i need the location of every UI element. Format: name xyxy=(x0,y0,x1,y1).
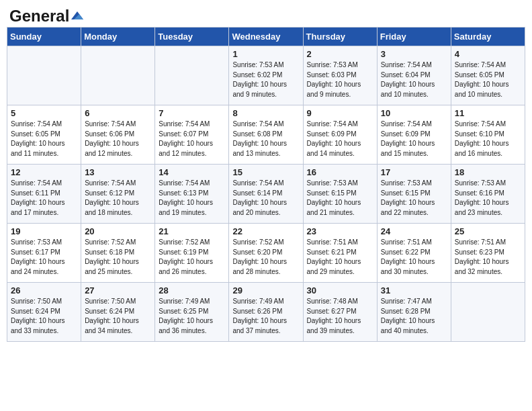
calendar-cell xyxy=(81,46,155,105)
calendar-cell: 5Sunrise: 7:54 AM Sunset: 6:05 PM Daylig… xyxy=(7,105,81,165)
day-number: 17 xyxy=(381,167,447,177)
calendar-cell: 29Sunrise: 7:49 AM Sunset: 6:26 PM Dayli… xyxy=(229,283,303,342)
day-number: 29 xyxy=(232,285,299,295)
day-number: 24 xyxy=(381,226,447,236)
calendar-cell: 18Sunrise: 7:53 AM Sunset: 6:16 PM Dayli… xyxy=(451,165,525,224)
day-info: Sunrise: 7:50 AM Sunset: 6:24 PM Dayligh… xyxy=(85,297,151,336)
day-number: 5 xyxy=(11,108,77,118)
calendar-cell: 28Sunrise: 7:49 AM Sunset: 6:25 PM Dayli… xyxy=(155,283,229,342)
day-number: 14 xyxy=(159,167,225,177)
day-number: 3 xyxy=(381,49,447,59)
logo-general: General xyxy=(9,7,69,26)
day-info: Sunrise: 7:49 AM Sunset: 6:26 PM Dayligh… xyxy=(232,297,299,336)
calendar-cell: 16Sunrise: 7:53 AM Sunset: 6:15 PM Dayli… xyxy=(303,165,377,224)
calendar-cell: 1Sunrise: 7:53 AM Sunset: 6:02 PM Daylig… xyxy=(229,46,303,105)
calendar-cell: 14Sunrise: 7:54 AM Sunset: 6:13 PM Dayli… xyxy=(155,165,229,224)
day-info: Sunrise: 7:54 AM Sunset: 6:14 PM Dayligh… xyxy=(232,179,299,218)
day-number: 30 xyxy=(307,285,373,295)
calendar-cell: 7Sunrise: 7:54 AM Sunset: 6:07 PM Daylig… xyxy=(155,105,229,165)
calendar-cell: 9Sunrise: 7:54 AM Sunset: 6:09 PM Daylig… xyxy=(303,105,377,165)
logo: General xyxy=(9,7,85,21)
day-number: 15 xyxy=(232,167,299,177)
calendar-cell: 21Sunrise: 7:52 AM Sunset: 6:19 PM Dayli… xyxy=(155,224,229,283)
day-number: 8 xyxy=(232,108,299,118)
calendar-cell: 2Sunrise: 7:53 AM Sunset: 6:03 PM Daylig… xyxy=(303,46,377,105)
calendar-cell: 26Sunrise: 7:50 AM Sunset: 6:24 PM Dayli… xyxy=(7,283,81,342)
calendar-cell: 20Sunrise: 7:52 AM Sunset: 6:18 PM Dayli… xyxy=(81,224,155,283)
day-info: Sunrise: 7:53 AM Sunset: 6:15 PM Dayligh… xyxy=(381,179,447,218)
day-number: 16 xyxy=(307,167,373,177)
calendar-cell xyxy=(155,46,229,105)
calendar-cell: 13Sunrise: 7:54 AM Sunset: 6:12 PM Dayli… xyxy=(81,165,155,224)
day-number: 31 xyxy=(381,285,447,295)
day-number: 6 xyxy=(85,108,151,118)
day-info: Sunrise: 7:54 AM Sunset: 6:09 PM Dayligh… xyxy=(307,120,373,158)
day-number: 25 xyxy=(455,226,521,236)
day-number: 7 xyxy=(159,108,225,118)
day-info: Sunrise: 7:54 AM Sunset: 6:11 PM Dayligh… xyxy=(11,179,77,218)
calendar-cell: 12Sunrise: 7:54 AM Sunset: 6:11 PM Dayli… xyxy=(7,165,81,224)
day-number: 23 xyxy=(307,226,373,236)
calendar-cell: 22Sunrise: 7:52 AM Sunset: 6:20 PM Dayli… xyxy=(229,224,303,283)
day-info: Sunrise: 7:49 AM Sunset: 6:25 PM Dayligh… xyxy=(159,297,225,336)
weekday-header-sunday: Sunday xyxy=(7,28,81,46)
day-number: 21 xyxy=(159,226,225,236)
day-info: Sunrise: 7:54 AM Sunset: 6:05 PM Dayligh… xyxy=(11,120,77,158)
day-info: Sunrise: 7:54 AM Sunset: 6:06 PM Dayligh… xyxy=(85,120,151,158)
page-header: General xyxy=(7,7,525,21)
weekday-header-monday: Monday xyxy=(81,28,155,46)
day-number: 20 xyxy=(85,226,151,236)
day-number: 10 xyxy=(381,108,447,118)
weekday-header-wednesday: Wednesday xyxy=(229,28,303,46)
day-info: Sunrise: 7:54 AM Sunset: 6:10 PM Dayligh… xyxy=(455,120,521,158)
calendar-cell: 19Sunrise: 7:53 AM Sunset: 6:17 PM Dayli… xyxy=(7,224,81,283)
day-info: Sunrise: 7:54 AM Sunset: 6:12 PM Dayligh… xyxy=(85,179,151,218)
calendar-cell: 4Sunrise: 7:54 AM Sunset: 6:05 PM Daylig… xyxy=(451,46,525,105)
weekday-header-saturday: Saturday xyxy=(451,28,525,46)
weekday-header-thursday: Thursday xyxy=(303,28,377,46)
calendar-cell xyxy=(7,46,81,105)
day-number: 12 xyxy=(11,167,77,177)
day-info: Sunrise: 7:51 AM Sunset: 6:23 PM Dayligh… xyxy=(455,238,521,277)
day-info: Sunrise: 7:54 AM Sunset: 6:05 PM Dayligh… xyxy=(455,60,521,99)
day-info: Sunrise: 7:48 AM Sunset: 6:27 PM Dayligh… xyxy=(307,297,373,336)
day-number: 26 xyxy=(11,285,77,295)
day-number: 28 xyxy=(159,285,225,295)
day-number: 2 xyxy=(307,49,373,59)
calendar-cell: 3Sunrise: 7:54 AM Sunset: 6:04 PM Daylig… xyxy=(377,46,451,105)
day-info: Sunrise: 7:52 AM Sunset: 6:18 PM Dayligh… xyxy=(85,238,151,277)
calendar-cell: 27Sunrise: 7:50 AM Sunset: 6:24 PM Dayli… xyxy=(81,283,155,342)
calendar-cell: 8Sunrise: 7:54 AM Sunset: 6:08 PM Daylig… xyxy=(229,105,303,165)
day-number: 11 xyxy=(455,108,521,118)
day-info: Sunrise: 7:53 AM Sunset: 6:17 PM Dayligh… xyxy=(11,238,77,277)
day-info: Sunrise: 7:53 AM Sunset: 6:15 PM Dayligh… xyxy=(307,179,373,218)
day-info: Sunrise: 7:53 AM Sunset: 6:16 PM Dayligh… xyxy=(455,179,521,218)
day-number: 4 xyxy=(455,49,521,59)
day-info: Sunrise: 7:52 AM Sunset: 6:20 PM Dayligh… xyxy=(232,238,299,277)
day-info: Sunrise: 7:47 AM Sunset: 6:28 PM Dayligh… xyxy=(381,297,447,336)
calendar-cell: 11Sunrise: 7:54 AM Sunset: 6:10 PM Dayli… xyxy=(451,105,525,165)
day-info: Sunrise: 7:54 AM Sunset: 6:09 PM Dayligh… xyxy=(381,120,447,158)
day-info: Sunrise: 7:51 AM Sunset: 6:21 PM Dayligh… xyxy=(307,238,373,277)
calendar-cell: 10Sunrise: 7:54 AM Sunset: 6:09 PM Dayli… xyxy=(377,105,451,165)
day-info: Sunrise: 7:51 AM Sunset: 6:22 PM Dayligh… xyxy=(381,238,447,277)
logo-icon xyxy=(70,10,85,21)
day-number: 13 xyxy=(85,167,151,177)
calendar-cell: 23Sunrise: 7:51 AM Sunset: 6:21 PM Dayli… xyxy=(303,224,377,283)
calendar-cell: 17Sunrise: 7:53 AM Sunset: 6:15 PM Dayli… xyxy=(377,165,451,224)
day-info: Sunrise: 7:53 AM Sunset: 6:02 PM Dayligh… xyxy=(232,60,299,99)
day-info: Sunrise: 7:52 AM Sunset: 6:19 PM Dayligh… xyxy=(159,238,225,277)
day-info: Sunrise: 7:54 AM Sunset: 6:08 PM Dayligh… xyxy=(232,120,299,158)
day-number: 22 xyxy=(232,226,299,236)
day-number: 27 xyxy=(85,285,151,295)
day-number: 19 xyxy=(11,226,77,236)
calendar-cell: 31Sunrise: 7:47 AM Sunset: 6:28 PM Dayli… xyxy=(377,283,451,342)
day-info: Sunrise: 7:54 AM Sunset: 6:13 PM Dayligh… xyxy=(159,179,225,218)
calendar-cell: 24Sunrise: 7:51 AM Sunset: 6:22 PM Dayli… xyxy=(377,224,451,283)
calendar-cell xyxy=(451,283,525,342)
calendar-cell: 6Sunrise: 7:54 AM Sunset: 6:06 PM Daylig… xyxy=(81,105,155,165)
day-info: Sunrise: 7:53 AM Sunset: 6:03 PM Dayligh… xyxy=(307,60,373,99)
calendar-cell: 30Sunrise: 7:48 AM Sunset: 6:27 PM Dayli… xyxy=(303,283,377,342)
day-number: 18 xyxy=(455,167,521,177)
day-number: 1 xyxy=(232,49,299,59)
